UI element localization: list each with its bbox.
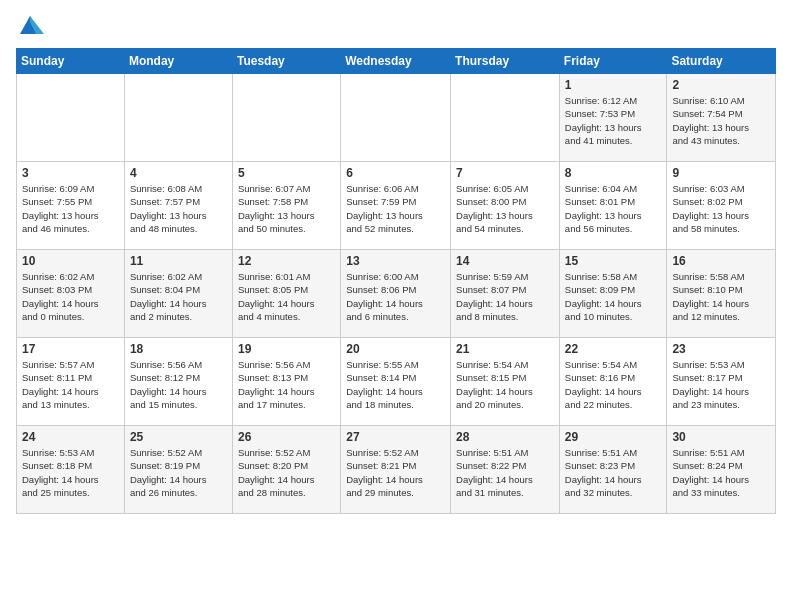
day-number: 29 [565,430,662,444]
calendar-header-wednesday: Wednesday [341,49,451,74]
day-number: 7 [456,166,554,180]
day-info: Sunrise: 6:04 AM Sunset: 8:01 PM Dayligh… [565,182,662,235]
calendar-cell: 25Sunrise: 5:52 AM Sunset: 8:19 PM Dayli… [124,426,232,514]
day-number: 11 [130,254,227,268]
calendar: SundayMondayTuesdayWednesdayThursdayFrid… [16,48,776,514]
day-number: 16 [672,254,770,268]
calendar-cell: 21Sunrise: 5:54 AM Sunset: 8:15 PM Dayli… [451,338,560,426]
day-info: Sunrise: 5:52 AM Sunset: 8:19 PM Dayligh… [130,446,227,499]
day-info: Sunrise: 6:06 AM Sunset: 7:59 PM Dayligh… [346,182,445,235]
day-info: Sunrise: 5:52 AM Sunset: 8:20 PM Dayligh… [238,446,335,499]
day-number: 10 [22,254,119,268]
calendar-header-monday: Monday [124,49,232,74]
calendar-week-2: 3Sunrise: 6:09 AM Sunset: 7:55 PM Daylig… [17,162,776,250]
day-number: 15 [565,254,662,268]
calendar-cell: 16Sunrise: 5:58 AM Sunset: 8:10 PM Dayli… [667,250,776,338]
calendar-cell: 24Sunrise: 5:53 AM Sunset: 8:18 PM Dayli… [17,426,125,514]
calendar-cell: 10Sunrise: 6:02 AM Sunset: 8:03 PM Dayli… [17,250,125,338]
day-number: 8 [565,166,662,180]
calendar-header-friday: Friday [559,49,667,74]
calendar-header-tuesday: Tuesday [232,49,340,74]
day-info: Sunrise: 5:54 AM Sunset: 8:16 PM Dayligh… [565,358,662,411]
calendar-cell: 29Sunrise: 5:51 AM Sunset: 8:23 PM Dayli… [559,426,667,514]
calendar-cell: 19Sunrise: 5:56 AM Sunset: 8:13 PM Dayli… [232,338,340,426]
calendar-cell: 27Sunrise: 5:52 AM Sunset: 8:21 PM Dayli… [341,426,451,514]
day-number: 20 [346,342,445,356]
logo-icon [16,12,44,40]
day-info: Sunrise: 6:02 AM Sunset: 8:04 PM Dayligh… [130,270,227,323]
calendar-cell: 13Sunrise: 6:00 AM Sunset: 8:06 PM Dayli… [341,250,451,338]
day-info: Sunrise: 5:54 AM Sunset: 8:15 PM Dayligh… [456,358,554,411]
calendar-cell: 1Sunrise: 6:12 AM Sunset: 7:53 PM Daylig… [559,74,667,162]
calendar-cell: 9Sunrise: 6:03 AM Sunset: 8:02 PM Daylig… [667,162,776,250]
page: SundayMondayTuesdayWednesdayThursdayFrid… [0,0,792,522]
calendar-week-1: 1Sunrise: 6:12 AM Sunset: 7:53 PM Daylig… [17,74,776,162]
calendar-cell: 12Sunrise: 6:01 AM Sunset: 8:05 PM Dayli… [232,250,340,338]
calendar-cell [451,74,560,162]
day-number: 13 [346,254,445,268]
day-info: Sunrise: 5:56 AM Sunset: 8:13 PM Dayligh… [238,358,335,411]
day-info: Sunrise: 6:09 AM Sunset: 7:55 PM Dayligh… [22,182,119,235]
calendar-cell: 28Sunrise: 5:51 AM Sunset: 8:22 PM Dayli… [451,426,560,514]
day-number: 4 [130,166,227,180]
calendar-cell: 11Sunrise: 6:02 AM Sunset: 8:04 PM Dayli… [124,250,232,338]
day-info: Sunrise: 6:10 AM Sunset: 7:54 PM Dayligh… [672,94,770,147]
calendar-cell: 23Sunrise: 5:53 AM Sunset: 8:17 PM Dayli… [667,338,776,426]
day-number: 27 [346,430,445,444]
day-number: 6 [346,166,445,180]
calendar-cell: 7Sunrise: 6:05 AM Sunset: 8:00 PM Daylig… [451,162,560,250]
calendar-header-thursday: Thursday [451,49,560,74]
day-number: 1 [565,78,662,92]
calendar-cell: 6Sunrise: 6:06 AM Sunset: 7:59 PM Daylig… [341,162,451,250]
day-info: Sunrise: 5:51 AM Sunset: 8:24 PM Dayligh… [672,446,770,499]
header [16,12,776,40]
day-number: 9 [672,166,770,180]
day-info: Sunrise: 5:58 AM Sunset: 8:09 PM Dayligh… [565,270,662,323]
calendar-cell: 26Sunrise: 5:52 AM Sunset: 8:20 PM Dayli… [232,426,340,514]
calendar-cell: 2Sunrise: 6:10 AM Sunset: 7:54 PM Daylig… [667,74,776,162]
day-info: Sunrise: 6:07 AM Sunset: 7:58 PM Dayligh… [238,182,335,235]
day-number: 23 [672,342,770,356]
day-number: 2 [672,78,770,92]
day-info: Sunrise: 5:59 AM Sunset: 8:07 PM Dayligh… [456,270,554,323]
calendar-cell: 15Sunrise: 5:58 AM Sunset: 8:09 PM Dayli… [559,250,667,338]
day-info: Sunrise: 6:12 AM Sunset: 7:53 PM Dayligh… [565,94,662,147]
calendar-cell: 5Sunrise: 6:07 AM Sunset: 7:58 PM Daylig… [232,162,340,250]
day-info: Sunrise: 5:55 AM Sunset: 8:14 PM Dayligh… [346,358,445,411]
day-info: Sunrise: 5:51 AM Sunset: 8:23 PM Dayligh… [565,446,662,499]
day-number: 21 [456,342,554,356]
calendar-header-row: SundayMondayTuesdayWednesdayThursdayFrid… [17,49,776,74]
calendar-cell [124,74,232,162]
calendar-cell: 17Sunrise: 5:57 AM Sunset: 8:11 PM Dayli… [17,338,125,426]
day-info: Sunrise: 5:52 AM Sunset: 8:21 PM Dayligh… [346,446,445,499]
calendar-cell: 14Sunrise: 5:59 AM Sunset: 8:07 PM Dayli… [451,250,560,338]
day-info: Sunrise: 5:58 AM Sunset: 8:10 PM Dayligh… [672,270,770,323]
calendar-cell: 30Sunrise: 5:51 AM Sunset: 8:24 PM Dayli… [667,426,776,514]
day-number: 24 [22,430,119,444]
calendar-week-4: 17Sunrise: 5:57 AM Sunset: 8:11 PM Dayli… [17,338,776,426]
calendar-week-3: 10Sunrise: 6:02 AM Sunset: 8:03 PM Dayli… [17,250,776,338]
calendar-cell: 8Sunrise: 6:04 AM Sunset: 8:01 PM Daylig… [559,162,667,250]
calendar-cell [17,74,125,162]
day-info: Sunrise: 5:51 AM Sunset: 8:22 PM Dayligh… [456,446,554,499]
day-info: Sunrise: 5:53 AM Sunset: 8:18 PM Dayligh… [22,446,119,499]
day-number: 18 [130,342,227,356]
logo [16,12,48,40]
calendar-header-saturday: Saturday [667,49,776,74]
calendar-week-5: 24Sunrise: 5:53 AM Sunset: 8:18 PM Dayli… [17,426,776,514]
day-number: 28 [456,430,554,444]
calendar-cell: 3Sunrise: 6:09 AM Sunset: 7:55 PM Daylig… [17,162,125,250]
day-number: 25 [130,430,227,444]
day-info: Sunrise: 6:00 AM Sunset: 8:06 PM Dayligh… [346,270,445,323]
calendar-cell: 22Sunrise: 5:54 AM Sunset: 8:16 PM Dayli… [559,338,667,426]
day-number: 22 [565,342,662,356]
day-info: Sunrise: 5:57 AM Sunset: 8:11 PM Dayligh… [22,358,119,411]
day-number: 17 [22,342,119,356]
day-info: Sunrise: 6:02 AM Sunset: 8:03 PM Dayligh… [22,270,119,323]
calendar-cell [232,74,340,162]
calendar-cell: 18Sunrise: 5:56 AM Sunset: 8:12 PM Dayli… [124,338,232,426]
day-number: 30 [672,430,770,444]
day-info: Sunrise: 6:01 AM Sunset: 8:05 PM Dayligh… [238,270,335,323]
day-info: Sunrise: 6:05 AM Sunset: 8:00 PM Dayligh… [456,182,554,235]
calendar-cell [341,74,451,162]
